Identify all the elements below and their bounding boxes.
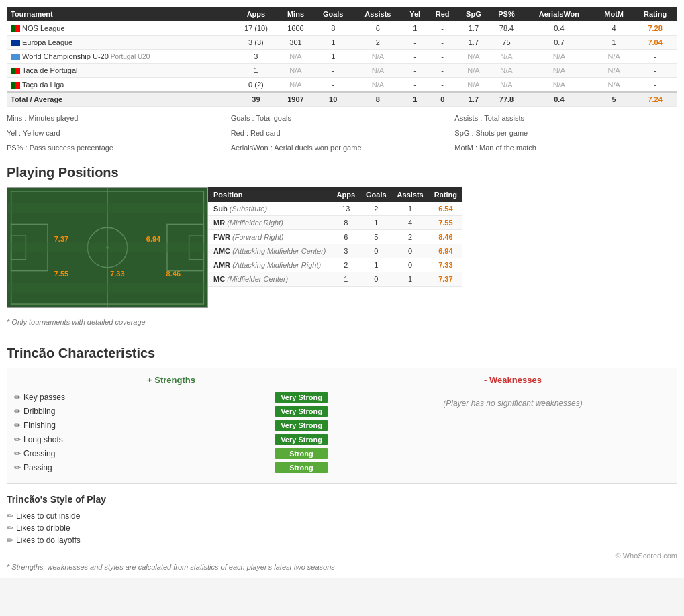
pos-assists: 1 (392, 202, 429, 216)
cell-red: - (428, 50, 458, 64)
strength-label: ✏Finishing (14, 421, 56, 430)
cell-rating: - (633, 78, 677, 93)
strength-row: ✏Finishing Very Strong (14, 420, 328, 431)
pos-name: MR (Midfielder Right) (208, 215, 332, 229)
total-mins: 1907 (279, 92, 313, 107)
cell-motm: 1 (595, 36, 633, 50)
cell-tournament: NOS League (7, 21, 234, 36)
col-header-mins: Mins (279, 7, 313, 21)
pos-rating: 8.46 (429, 229, 462, 244)
cell-motm: N/A (595, 50, 633, 64)
pos-name: FWR (Forward Right) (208, 229, 332, 244)
pencil-icon: ✏ (14, 421, 21, 430)
total-yel: 1 (403, 92, 428, 107)
strength-badge: Very Strong (275, 434, 328, 445)
pencil-icon: ✏ (7, 535, 13, 545)
cell-goals: 1 (313, 36, 353, 50)
pos-col-apps: Apps (332, 187, 361, 202)
cell-assists: 2 (353, 36, 402, 50)
cell-aerials: N/A (524, 78, 595, 93)
col-header-motm: MotM (595, 7, 633, 21)
cell-spg: N/A (458, 78, 490, 93)
weaknesses-column: - Weaknesses (Player has no significant … (342, 375, 670, 476)
positions-table: Position Apps Goals Assists Rating Sub (… (208, 187, 462, 287)
cell-rating: - (633, 64, 677, 78)
pencil-icon: ✏ (14, 393, 21, 402)
cell-aerials: 0.7 (524, 36, 595, 50)
legend-item: SpG : Shots per game (454, 127, 677, 140)
legend-item: Red : Red card (231, 127, 454, 140)
playing-positions-title: Playing Positions (7, 165, 677, 181)
cell-tournament: World Championship U-20 Portugal U20 (7, 50, 234, 64)
legend: Mins : Minutes playedGoals : Total goals… (7, 112, 677, 154)
legend-item: MotM : Man of the match (454, 142, 677, 155)
pencil-icon: ✏ (7, 511, 13, 521)
cell-assists: N/A (353, 64, 402, 78)
strength-label: ✏Passing (14, 463, 52, 472)
cell-spg: N/A (458, 50, 490, 64)
total-rating: 7.24 (633, 92, 677, 107)
tournament-table: Tournament Apps Mins Goals Assists Yel R… (7, 7, 677, 107)
table-row: Taça de Portugal 1 N/A - N/A - - N/A N/A… (7, 64, 677, 78)
positions-table-wrapper: Position Apps Goals Assists Rating Sub (… (208, 187, 462, 308)
cell-motm: N/A (595, 64, 633, 78)
cell-tournament: Taça da Liga (7, 78, 234, 93)
position-row: AMC (Attacking Midfielder Center) 3 0 0 … (208, 244, 462, 258)
weakness-note: (Player has no significant weaknesses) (356, 399, 670, 408)
cell-red: - (428, 78, 458, 93)
total-ps: 77.8 (489, 92, 524, 107)
position-row: MR (Midfielder Right) 8 1 4 7.55 (208, 215, 462, 229)
cell-tournament: Taça de Portugal (7, 64, 234, 78)
cell-apps: 3 (3) (234, 36, 279, 50)
cell-red: - (428, 36, 458, 50)
characteristics-box: + Strengths ✏Key passes Very Strong ✏Dri… (7, 368, 677, 484)
cell-mins: N/A (279, 50, 313, 64)
pos-apps: 13 (332, 202, 361, 216)
cell-aerials: N/A (524, 50, 595, 64)
total-row: Total / Average 39 1907 10 8 1 0 1.7 77.… (7, 92, 677, 107)
watermark: © WhoScored.com (7, 552, 677, 560)
pos-assists: 4 (392, 215, 429, 229)
cell-rating: - (633, 50, 677, 64)
pos-assists: 2 (392, 229, 429, 244)
total-goals: 10 (313, 92, 353, 107)
style-item: ✏Likes to do layoffs (7, 535, 677, 545)
strength-label: ✏Key passes (14, 393, 65, 402)
cell-rating: 7.04 (633, 36, 677, 50)
legend-item: Goals : Total goals (231, 112, 454, 125)
pos-assists: 0 (392, 244, 429, 258)
strengths-title: + Strengths (14, 375, 328, 385)
style-of-play-section: Trincão's Style of Play ✏Likes to cut in… (7, 494, 677, 545)
strength-label: ✏Long shots (14, 435, 63, 444)
pos-rating: 7.55 (429, 215, 462, 229)
pos-name: AMR (Attacking Midfielder Right) (208, 258, 332, 272)
cell-apps: 0 (2) (234, 78, 279, 93)
pos-name: MC (Midfielder Center) (208, 272, 332, 286)
total-motm: 5 (595, 92, 633, 107)
cell-assists: N/A (353, 78, 402, 93)
position-row: FWR (Forward Right) 6 5 2 8.46 (208, 229, 462, 244)
col-header-apps: Apps (234, 7, 279, 21)
cell-mins: 1606 (279, 21, 313, 36)
disclaimer: * Strengths, weaknesses and styles are c… (7, 563, 677, 571)
cell-red: - (428, 64, 458, 78)
strength-badge: Strong (275, 462, 328, 473)
pos-col-position: Position (208, 187, 332, 202)
pos-goals: 1 (360, 215, 392, 229)
legend-item: Yel : Yellow card (7, 127, 230, 140)
cell-rating: 7.28 (633, 21, 677, 36)
pencil-icon: ✏ (14, 449, 21, 458)
cell-yel: - (403, 36, 428, 50)
cell-motm: 4 (595, 21, 633, 36)
cell-yel: 1 (403, 21, 428, 36)
strength-row: ✏Passing Strong (14, 462, 328, 473)
strength-row: ✏Dribbling Very Strong (14, 406, 328, 417)
strength-badge: Very Strong (275, 420, 328, 431)
strength-row: ✏Long shots Very Strong (14, 434, 328, 445)
col-header-spg: SpG (458, 7, 490, 21)
cell-assists: N/A (353, 50, 402, 64)
cell-spg: 1.7 (458, 21, 490, 36)
field-rating-755: 7.55 (54, 270, 68, 278)
pos-rating: 6.54 (429, 202, 462, 216)
pos-goals: 0 (360, 272, 392, 286)
